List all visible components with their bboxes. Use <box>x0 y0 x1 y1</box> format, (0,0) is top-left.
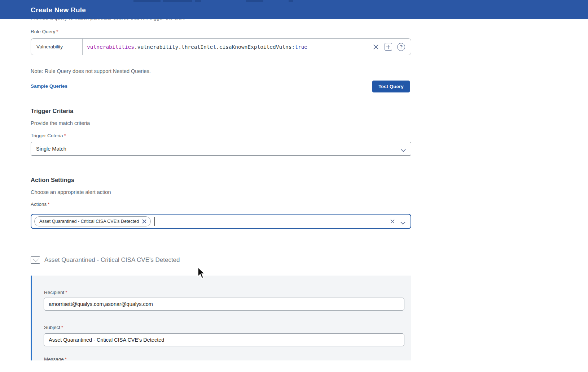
message-label-clipped: Message* <box>44 356 67 360</box>
sample-queries-link[interactable]: Sample Queries <box>31 83 67 89</box>
required-asterisk: * <box>65 290 67 295</box>
chevron-down-icon <box>401 146 406 151</box>
rule-query-label: Rule Query* <box>31 29 58 34</box>
trigger-criteria-select[interactable]: Single Match <box>31 142 411 156</box>
test-query-button[interactable]: Test Query <box>372 81 410 92</box>
trigger-criteria-subtext: Provide the match criteria <box>31 120 90 126</box>
email-action-heading: Asset Quarantined - Critical CISA CVE's … <box>31 256 180 264</box>
text-caret <box>154 217 155 226</box>
dialog-header: Create New Rule <box>0 2 588 19</box>
query-scope-selector[interactable]: Vulnerability <box>31 39 83 55</box>
subject-label: Subject* <box>44 325 63 330</box>
actions-label: Actions* <box>31 202 50 207</box>
rule-query-field[interactable]: Vulnerability vulnerabilities.vulnerabil… <box>31 38 411 55</box>
required-asterisk: * <box>64 133 66 138</box>
required-asterisk: * <box>56 29 58 34</box>
recipient-input[interactable] <box>44 298 404 311</box>
query-field-token: vulnerabilities <box>87 44 134 50</box>
envelope-icon <box>31 256 40 264</box>
query-input[interactable]: vulnerabilities.vulnerability.threatInte… <box>83 44 372 50</box>
clear-query-icon[interactable] <box>372 43 379 51</box>
query-scope-value: Vulnerability <box>36 44 63 49</box>
query-help-icon[interactable]: ? <box>397 43 405 51</box>
query-value-token: true <box>295 44 307 50</box>
action-settings-heading: Action Settings <box>31 177 74 183</box>
email-action-title: Asset Quarantined - Critical CISA CVE's … <box>44 256 180 264</box>
dialog-title: Create New Rule <box>31 6 86 14</box>
create-rule-dialog: Provide a query to match particular sour… <box>0 0 588 372</box>
trigger-criteria-heading: Trigger Criteria <box>31 108 73 114</box>
trigger-criteria-label: Trigger Criteria* <box>31 133 66 138</box>
query-path-token: .vulnerability.threatIntel.cisaKnownExpl… <box>134 44 295 50</box>
subject-input[interactable] <box>44 333 404 346</box>
clear-actions-icon[interactable] <box>390 219 395 224</box>
required-asterisk: * <box>61 325 63 330</box>
recipient-label: Recipient* <box>44 290 67 295</box>
chevron-down-icon[interactable] <box>400 219 405 224</box>
nested-query-note: Note: Rule Query does not support Nested… <box>31 68 151 74</box>
email-action-panel: Recipient* Subject* Message* <box>31 276 411 360</box>
action-chip[interactable]: Asset Quarantined - Critical CISA CVE's … <box>34 216 151 226</box>
remove-chip-icon[interactable] <box>142 219 147 224</box>
add-query-icon[interactable] <box>385 43 392 51</box>
action-settings-subtext: Choose an appropriate alert action <box>31 189 111 195</box>
trigger-criteria-selected: Single Match <box>36 146 401 152</box>
action-chip-label: Asset Quarantined - Critical CISA CVE's … <box>39 219 139 224</box>
actions-multiselect[interactable]: Asset Quarantined - Critical CISA CVE's … <box>31 214 411 229</box>
required-asterisk: * <box>48 202 49 207</box>
background-remnant-strip <box>0 0 588 2</box>
required-asterisk: * <box>65 356 67 360</box>
